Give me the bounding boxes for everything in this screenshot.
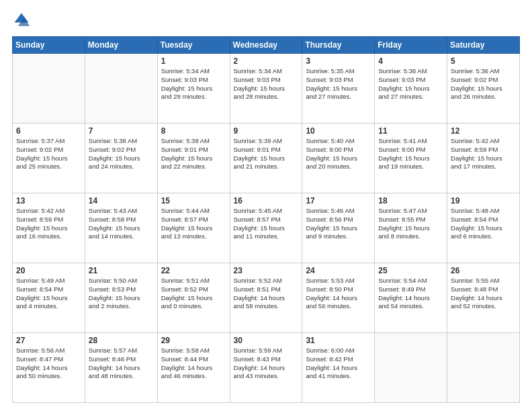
- day-number: 9: [234, 126, 299, 136]
- calendar-cell: 13Sunrise: 5:42 AM Sunset: 8:59 PM Dayli…: [13, 193, 85, 263]
- calendar-cell: 9Sunrise: 5:39 AM Sunset: 9:01 PM Daylig…: [230, 124, 302, 193]
- calendar-cell: 22Sunrise: 5:51 AM Sunset: 8:52 PM Dayli…: [157, 263, 230, 333]
- calendar-cell: 14Sunrise: 5:43 AM Sunset: 8:58 PM Dayli…: [85, 193, 157, 263]
- cell-info: Sunrise: 5:36 AM Sunset: 9:02 PM Dayligh…: [451, 67, 516, 101]
- day-number: 10: [306, 126, 371, 136]
- day-number: 26: [451, 266, 516, 275]
- cell-info: Sunrise: 5:59 AM Sunset: 8:43 PM Dayligh…: [234, 347, 299, 381]
- calendar-cell: 4Sunrise: 5:36 AM Sunset: 9:03 PM Daylig…: [375, 54, 447, 124]
- day-number: 23: [234, 266, 299, 275]
- day-number: 20: [16, 266, 81, 275]
- day-number: 5: [451, 56, 516, 66]
- day-number: 2: [234, 56, 299, 66]
- calendar-cell: 8Sunrise: 5:38 AM Sunset: 9:01 PM Daylig…: [157, 124, 230, 193]
- day-number: 28: [89, 336, 154, 345]
- calendar-cell: 15Sunrise: 5:44 AM Sunset: 8:57 PM Dayli…: [157, 193, 230, 263]
- day-number: 30: [234, 336, 299, 345]
- cell-info: Sunrise: 5:38 AM Sunset: 9:01 PM Dayligh…: [161, 137, 226, 171]
- day-number: 27: [16, 336, 81, 345]
- weekday-sunday: Sunday: [13, 37, 85, 54]
- day-number: 22: [161, 266, 226, 275]
- cell-info: Sunrise: 5:49 AM Sunset: 8:54 PM Dayligh…: [16, 277, 81, 311]
- cell-info: Sunrise: 5:45 AM Sunset: 8:57 PM Dayligh…: [234, 207, 299, 241]
- weekday-friday: Friday: [375, 37, 447, 54]
- calendar-cell: [13, 54, 85, 124]
- calendar-cell: 30Sunrise: 5:59 AM Sunset: 8:43 PM Dayli…: [230, 333, 302, 403]
- day-number: 4: [378, 56, 443, 66]
- day-number: 11: [378, 126, 443, 136]
- calendar-cell: 17Sunrise: 5:46 AM Sunset: 8:56 PM Dayli…: [302, 193, 375, 263]
- calendar-cell: 21Sunrise: 5:50 AM Sunset: 8:53 PM Dayli…: [85, 263, 157, 333]
- week-row-0: 1Sunrise: 5:34 AM Sunset: 9:03 PM Daylig…: [13, 54, 520, 124]
- calendar-cell: 28Sunrise: 5:57 AM Sunset: 8:46 PM Dayli…: [85, 333, 157, 403]
- cell-info: Sunrise: 5:48 AM Sunset: 8:54 PM Dayligh…: [451, 207, 516, 241]
- calendar-cell: 11Sunrise: 5:41 AM Sunset: 9:00 PM Dayli…: [375, 124, 447, 193]
- day-number: 19: [451, 196, 516, 205]
- weekday-wednesday: Wednesday: [230, 37, 302, 54]
- day-number: 7: [89, 126, 154, 136]
- cell-info: Sunrise: 5:42 AM Sunset: 8:59 PM Dayligh…: [16, 207, 81, 241]
- cell-info: Sunrise: 6:00 AM Sunset: 8:42 PM Dayligh…: [306, 347, 371, 381]
- page: SundayMondayTuesdayWednesdayThursdayFrid…: [0, 0, 532, 411]
- weekday-monday: Monday: [85, 37, 157, 54]
- calendar-cell: 16Sunrise: 5:45 AM Sunset: 8:57 PM Dayli…: [230, 193, 302, 263]
- calendar-cell: 12Sunrise: 5:42 AM Sunset: 8:59 PM Dayli…: [447, 124, 520, 193]
- cell-info: Sunrise: 5:40 AM Sunset: 9:00 PM Dayligh…: [306, 137, 371, 171]
- cell-info: Sunrise: 5:54 AM Sunset: 8:49 PM Dayligh…: [378, 277, 443, 311]
- calendar-cell: 18Sunrise: 5:47 AM Sunset: 8:55 PM Dayli…: [375, 193, 447, 263]
- calendar-cell: [447, 333, 520, 403]
- calendar-cell: 23Sunrise: 5:52 AM Sunset: 8:51 PM Dayli…: [230, 263, 302, 333]
- weekday-thursday: Thursday: [302, 37, 375, 54]
- day-number: 25: [378, 266, 443, 275]
- day-number: 18: [378, 196, 443, 205]
- day-number: 29: [161, 336, 226, 345]
- cell-info: Sunrise: 5:39 AM Sunset: 9:01 PM Dayligh…: [234, 137, 299, 171]
- calendar-cell: [85, 54, 157, 124]
- day-number: 31: [306, 336, 371, 345]
- day-number: 8: [161, 126, 226, 136]
- day-number: 6: [16, 126, 81, 136]
- calendar-cell: 3Sunrise: 5:35 AM Sunset: 9:03 PM Daylig…: [302, 54, 375, 124]
- week-row-1: 6Sunrise: 5:37 AM Sunset: 9:02 PM Daylig…: [13, 124, 520, 193]
- day-number: 12: [451, 126, 516, 136]
- calendar-cell: 20Sunrise: 5:49 AM Sunset: 8:54 PM Dayli…: [13, 263, 85, 333]
- cell-info: Sunrise: 5:51 AM Sunset: 8:52 PM Dayligh…: [161, 277, 226, 311]
- week-row-3: 20Sunrise: 5:49 AM Sunset: 8:54 PM Dayli…: [13, 263, 520, 333]
- weekday-header-row: SundayMondayTuesdayWednesdayThursdayFrid…: [13, 37, 520, 54]
- day-number: 14: [89, 196, 154, 205]
- calendar-cell: 19Sunrise: 5:48 AM Sunset: 8:54 PM Dayli…: [447, 193, 520, 263]
- calendar-cell: [375, 333, 447, 403]
- day-number: 16: [234, 196, 299, 205]
- calendar-cell: 6Sunrise: 5:37 AM Sunset: 9:02 PM Daylig…: [13, 124, 85, 193]
- day-number: 15: [161, 196, 226, 205]
- cell-info: Sunrise: 5:36 AM Sunset: 9:03 PM Dayligh…: [378, 67, 443, 101]
- cell-info: Sunrise: 5:43 AM Sunset: 8:58 PM Dayligh…: [89, 207, 154, 241]
- cell-info: Sunrise: 5:47 AM Sunset: 8:55 PM Dayligh…: [378, 207, 443, 241]
- cell-info: Sunrise: 5:46 AM Sunset: 8:56 PM Dayligh…: [306, 207, 371, 241]
- calendar-cell: 25Sunrise: 5:54 AM Sunset: 8:49 PM Dayli…: [375, 263, 447, 333]
- weekday-saturday: Saturday: [447, 37, 520, 54]
- day-number: 21: [89, 266, 154, 275]
- calendar-cell: 5Sunrise: 5:36 AM Sunset: 9:02 PM Daylig…: [447, 54, 520, 124]
- day-number: 13: [16, 196, 81, 205]
- cell-info: Sunrise: 5:34 AM Sunset: 9:03 PM Dayligh…: [161, 67, 226, 101]
- calendar-cell: 2Sunrise: 5:34 AM Sunset: 9:03 PM Daylig…: [230, 54, 302, 124]
- cell-info: Sunrise: 5:44 AM Sunset: 8:57 PM Dayligh…: [161, 207, 226, 241]
- cell-info: Sunrise: 5:42 AM Sunset: 8:59 PM Dayligh…: [451, 137, 516, 171]
- calendar-cell: 10Sunrise: 5:40 AM Sunset: 9:00 PM Dayli…: [302, 124, 375, 193]
- cell-info: Sunrise: 5:52 AM Sunset: 8:51 PM Dayligh…: [234, 277, 299, 311]
- cell-info: Sunrise: 5:53 AM Sunset: 8:50 PM Dayligh…: [306, 277, 371, 311]
- calendar-cell: 7Sunrise: 5:38 AM Sunset: 9:02 PM Daylig…: [85, 124, 157, 193]
- cell-info: Sunrise: 5:55 AM Sunset: 8:48 PM Dayligh…: [451, 277, 516, 311]
- weekday-tuesday: Tuesday: [157, 37, 230, 54]
- cell-info: Sunrise: 5:34 AM Sunset: 9:03 PM Dayligh…: [234, 67, 299, 101]
- calendar-table: SundayMondayTuesdayWednesdayThursdayFrid…: [12, 36, 520, 403]
- calendar-cell: 29Sunrise: 5:58 AM Sunset: 8:44 PM Dayli…: [157, 333, 230, 403]
- cell-info: Sunrise: 5:50 AM Sunset: 8:53 PM Dayligh…: [89, 277, 154, 311]
- week-row-2: 13Sunrise: 5:42 AM Sunset: 8:59 PM Dayli…: [13, 193, 520, 263]
- logo-icon: [12, 11, 31, 30]
- day-number: 17: [306, 196, 371, 205]
- day-number: 24: [306, 266, 371, 275]
- calendar-cell: 31Sunrise: 6:00 AM Sunset: 8:42 PM Dayli…: [302, 333, 375, 403]
- day-number: 1: [161, 56, 226, 66]
